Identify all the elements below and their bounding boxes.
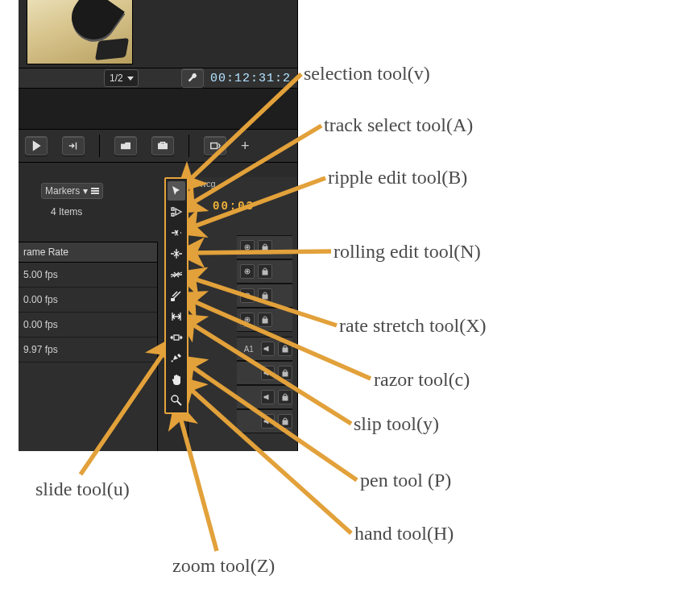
video-track[interactable]: [237, 259, 292, 284]
callout-slip: slip tool(y): [354, 413, 439, 435]
callout-track-select: track select tool(A): [324, 114, 473, 136]
svg-point-9: [246, 271, 248, 272]
timeline-panel: wcg 00:03 A1: [188, 177, 297, 451]
pen-tool[interactable]: [168, 349, 185, 368]
svg-rect-0: [122, 144, 125, 148]
svg-rect-20: [283, 420, 288, 425]
svg-rect-18: [283, 372, 288, 376]
overwrite-button[interactable]: [151, 136, 174, 155]
svg-rect-22: [174, 335, 179, 340]
preview-controls-row: 1/2 00:12:31:2: [19, 68, 297, 89]
video-track[interactable]: [237, 235, 292, 259]
speaker-icon: [263, 345, 271, 353]
preview-timecode: 00:12:31:2: [210, 72, 291, 85]
editor-panel: 1/2 00:12:31:2: [19, 0, 298, 451]
track-select-tool[interactable]: [168, 202, 185, 222]
resolution-value: 1/2: [110, 72, 123, 84]
lock-icon: [281, 417, 289, 425]
speaker-icon: [263, 393, 271, 401]
callout-selection: selection tool(v): [304, 63, 430, 85]
callout-slide: slide tool(u): [35, 478, 130, 500]
slip-tool[interactable]: [168, 307, 185, 326]
step-icon: [68, 140, 79, 151]
svg-rect-7: [263, 246, 267, 251]
hand-icon: [170, 373, 183, 386]
menu-icon: [91, 188, 99, 195]
wrench-icon: [187, 72, 198, 84]
lock-icon: [261, 292, 269, 300]
lock-icon: [281, 369, 289, 377]
slide-icon: [170, 331, 183, 344]
svg-rect-13: [263, 295, 267, 299]
insert-icon: [120, 140, 131, 151]
svg-point-15: [246, 319, 248, 321]
callout-rolling-edit: rolling edit tool(N): [333, 241, 481, 263]
svg-point-23: [172, 396, 178, 402]
pen-icon: [170, 352, 183, 365]
video-track[interactable]: [237, 308, 292, 332]
svg-rect-4: [211, 143, 217, 149]
transport-row: +: [19, 129, 297, 163]
resolution-dropdown[interactable]: 1/2: [104, 69, 139, 87]
step-button[interactable]: [62, 136, 85, 155]
frame-rate-row[interactable]: 5.00 fps: [19, 263, 157, 288]
svg-point-6: [246, 246, 248, 248]
callout-rate-stretch: rate stretch tool(X): [339, 315, 487, 337]
selection-icon: [170, 184, 183, 197]
lock-icon: [281, 345, 289, 353]
insert-button[interactable]: [114, 136, 137, 155]
add-button[interactable]: +: [241, 139, 250, 153]
export-icon: [209, 140, 221, 151]
settings-button[interactable]: [181, 68, 204, 88]
rate-stretch-icon: [170, 268, 183, 281]
audio-track[interactable]: [237, 409, 292, 433]
lock-icon: [261, 316, 269, 324]
callout-pen: pen tool (P): [360, 470, 451, 491]
rolling-edit-icon: [170, 247, 183, 260]
preview-thumbnail: [27, 0, 133, 64]
items-count: 4 Items: [51, 206, 82, 217]
tool-panel: [164, 177, 188, 414]
audio-track[interactable]: A1: [237, 337, 292, 361]
svg-rect-21: [171, 298, 175, 301]
sequence-tab[interactable]: wcg: [200, 179, 216, 188]
slip-icon: [170, 310, 183, 323]
frame-rate-panel: rame Rate 5.00 fps 0.00 fps 0.00 fps 9.9…: [19, 242, 158, 451]
hand-tool[interactable]: [168, 370, 185, 389]
overwrite-icon: [157, 140, 168, 151]
audio-track-label: A1: [240, 345, 258, 354]
slide-tool[interactable]: [168, 328, 185, 347]
timeline-timecode: 00:03: [213, 200, 255, 213]
callout-ripple-edit: ripple edit tool(B): [328, 167, 467, 188]
zoom-icon: [170, 394, 183, 407]
eye-icon: [243, 243, 251, 251]
play-button[interactable]: [25, 136, 48, 155]
scrub-area: [19, 89, 297, 129]
speaker-icon: [263, 369, 271, 377]
frame-rate-row[interactable]: 9.97 fps: [19, 338, 157, 362]
video-track[interactable]: [237, 284, 292, 308]
rolling-edit-tool[interactable]: [168, 244, 185, 263]
rate-stretch-tool[interactable]: [168, 265, 185, 284]
export-frame-button[interactable]: [204, 136, 226, 155]
markers-tab[interactable]: Markers ▾: [41, 183, 103, 199]
frame-rate-row[interactable]: 0.00 fps: [19, 313, 157, 338]
razor-tool[interactable]: [168, 286, 185, 305]
lock-icon: [261, 243, 269, 251]
zoom-tool[interactable]: [168, 391, 185, 410]
frame-rate-row[interactable]: 0.00 fps: [19, 288, 157, 313]
audio-track[interactable]: [237, 385, 292, 409]
markers-tab-label: Markers: [45, 185, 80, 197]
ripple-edit-tool[interactable]: [168, 223, 185, 242]
callout-razor: razor tool(c): [374, 369, 470, 391]
frame-rate-header: rame Rate: [19, 242, 157, 263]
audio-track[interactable]: [237, 361, 292, 385]
eye-icon: [243, 267, 251, 275]
play-icon: [31, 140, 42, 151]
eye-icon: [243, 292, 251, 300]
svg-rect-17: [283, 348, 288, 352]
callout-zoom: zoom tool(Z): [172, 555, 275, 577]
svg-rect-19: [283, 396, 288, 400]
selection-tool[interactable]: [168, 181, 185, 201]
svg-rect-10: [263, 271, 267, 275]
